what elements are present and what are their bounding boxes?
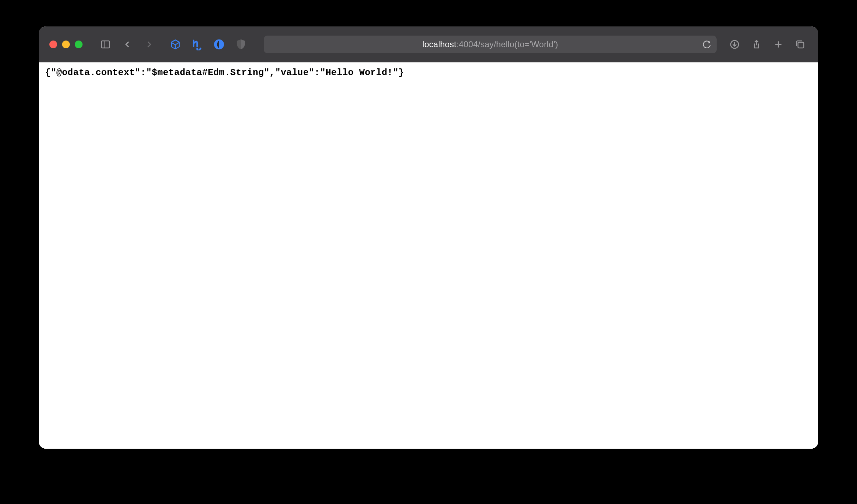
minimize-window-button[interactable] <box>62 41 70 48</box>
cube-extension-icon[interactable] <box>169 38 181 50</box>
address-port: :4004 <box>456 39 478 49</box>
extension-icons <box>169 38 247 50</box>
page-content: {"@odata.context":"$metadata#Edm.String"… <box>39 62 818 449</box>
share-icon[interactable] <box>750 38 762 50</box>
address-bar-text: localhost:4004/say/hello(to='World') <box>423 39 558 49</box>
svg-rect-0 <box>102 41 110 48</box>
svg-rect-8 <box>798 42 804 48</box>
close-window-button[interactable] <box>49 41 57 48</box>
sidebar-toggle-icon[interactable] <box>99 38 111 50</box>
window-controls <box>49 41 83 48</box>
browser-toolbar: localhost:4004/say/hello(to='World') <box>39 26 818 62</box>
new-tab-icon[interactable] <box>772 38 784 50</box>
tabs-overview-icon[interactable] <box>794 38 806 50</box>
globe-extension-icon[interactable] <box>213 38 225 50</box>
address-bar[interactable]: localhost:4004/say/hello(to='World') <box>264 36 717 53</box>
downloads-icon[interactable] <box>729 38 741 50</box>
browser-window: localhost:4004/say/hello(to='World') <box>39 26 818 449</box>
back-button-icon[interactable] <box>121 38 133 50</box>
address-host: localhost <box>423 39 457 49</box>
nav-controls <box>99 38 155 50</box>
address-path: /say/hello(to='World') <box>478 39 558 49</box>
shield-extension-icon[interactable] <box>235 38 247 50</box>
forward-button-icon[interactable] <box>143 38 155 50</box>
maximize-window-button[interactable] <box>75 41 83 48</box>
json-response-text: {"@odata.context":"$metadata#Edm.String"… <box>45 67 812 78</box>
right-toolbar <box>729 38 806 50</box>
reload-icon[interactable] <box>702 40 711 49</box>
honey-extension-icon[interactable] <box>191 38 203 50</box>
